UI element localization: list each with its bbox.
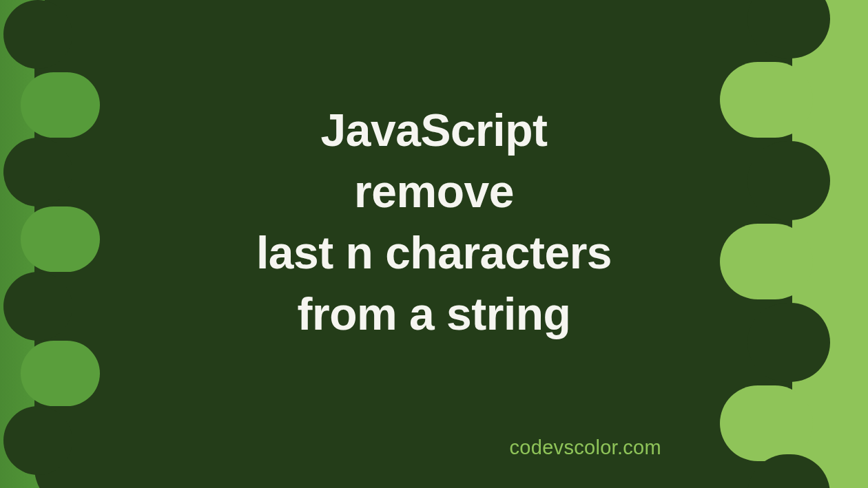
blob-notch [21, 206, 100, 272]
blob-notch [21, 72, 100, 138]
title-line-1: JavaScript [321, 105, 548, 156]
blob-notch [720, 385, 813, 461]
title-line-3: last n characters [256, 227, 612, 278]
site-watermark: codevscolor.com [510, 436, 662, 459]
blob-bump [3, 138, 72, 206]
title-line-4: from a string [298, 288, 571, 339]
title-line-2: remove [354, 166, 514, 217]
banner-canvas: JavaScript remove last n characters from… [0, 0, 868, 488]
blob-bump [747, 303, 830, 382]
blob-bump [3, 406, 72, 475]
blob-bump [3, 272, 72, 341]
blob-notch [21, 341, 100, 406]
blob-bump [3, 0, 72, 69]
banner-title: JavaScript remove last n characters from… [124, 100, 744, 345]
blob-bump [747, 141, 830, 220]
